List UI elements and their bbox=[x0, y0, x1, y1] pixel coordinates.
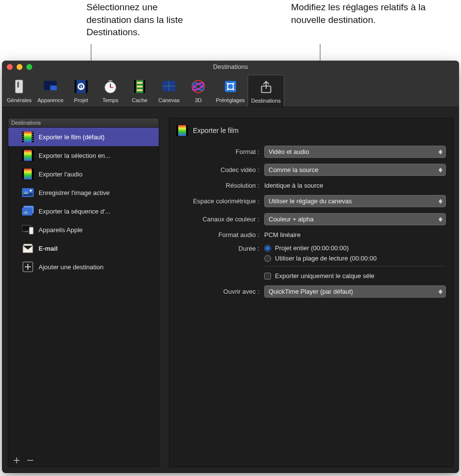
window-body: Destinations Exporter le film (défaut) E… bbox=[2, 107, 459, 473]
svg-rect-5 bbox=[75, 80, 77, 93]
svg-rect-15 bbox=[144, 80, 146, 93]
svg-rect-43 bbox=[22, 150, 24, 161]
svg-rect-32 bbox=[22, 134, 23, 135]
svg-rect-25 bbox=[225, 81, 236, 92]
sidebar-item-email[interactable]: E-mail bbox=[8, 239, 159, 258]
toolbar-general[interactable]: Générales bbox=[4, 75, 35, 106]
toolbar-project[interactable]: 3 Projet bbox=[66, 75, 96, 106]
sidebar-item-export-sequence[interactable]: Exporter la séquence d'... bbox=[8, 202, 159, 220]
toolbar-destinations[interactable]: Destinations bbox=[248, 75, 284, 107]
popup-value: Utiliser le réglage du canevas bbox=[269, 197, 352, 205]
chevron-updown-icon bbox=[439, 168, 442, 173]
duration-radio-full[interactable]: Projet entier (00:00:00:00) bbox=[264, 244, 446, 252]
add-destination-button[interactable] bbox=[13, 457, 20, 464]
project-icon: 3 bbox=[71, 77, 91, 96]
svg-rect-42 bbox=[24, 150, 32, 161]
svg-rect-1 bbox=[18, 82, 20, 87]
callout-left-text: Sélectionnez une destination dans la lis… bbox=[86, 1, 194, 39]
svg-rect-38 bbox=[32, 136, 33, 137]
svg-rect-47 bbox=[22, 169, 24, 179]
image-icon bbox=[22, 187, 34, 198]
film-icon bbox=[22, 169, 34, 179]
chevron-updown-icon bbox=[439, 289, 442, 294]
film-icon bbox=[22, 131, 34, 142]
svg-rect-66 bbox=[186, 125, 188, 136]
toolbar: Générales Apparence 3 Projet Temps Cache bbox=[2, 73, 459, 107]
svg-rect-40 bbox=[32, 140, 33, 141]
toolbar-presets[interactable]: Préréglages bbox=[213, 75, 248, 106]
svg-rect-18 bbox=[137, 89, 142, 91]
toolbar-canvas[interactable]: Canevas bbox=[154, 75, 184, 106]
3d-icon bbox=[189, 77, 208, 96]
appearance-icon bbox=[41, 77, 60, 96]
image-stack-icon bbox=[22, 206, 34, 216]
film-icon bbox=[176, 125, 188, 136]
destinations-icon bbox=[256, 77, 276, 97]
devices-icon bbox=[22, 224, 34, 235]
mail-icon bbox=[22, 243, 34, 254]
resolution-value: Identique à la source bbox=[264, 182, 323, 189]
sidebar-item-label: Enregistrer l'image active bbox=[39, 189, 110, 196]
annotation-layer: Sélectionnez une destination dans la lis… bbox=[0, 0, 461, 64]
openwith-popup[interactable]: QuickTime Player (par défaut) bbox=[264, 285, 446, 298]
radio-icon bbox=[264, 245, 271, 252]
separator bbox=[264, 266, 446, 266]
toolbar-time[interactable]: Temps bbox=[96, 75, 125, 106]
titlebar: Destinations bbox=[2, 61, 459, 73]
presets-icon bbox=[221, 77, 240, 96]
sidebar-item-export-audio[interactable]: Exporter l'audio bbox=[8, 165, 159, 183]
svg-rect-33 bbox=[22, 136, 23, 137]
film-icon bbox=[22, 150, 34, 161]
toolbar-appearance[interactable]: Apparence bbox=[35, 75, 66, 106]
sidebar-item-label: Exporter la sélection en... bbox=[39, 152, 110, 159]
destinations-list: Exporter le film (défaut) Exporter la sé… bbox=[8, 128, 159, 454]
chevron-updown-icon bbox=[439, 199, 442, 204]
cache-icon bbox=[130, 77, 149, 96]
toolbar-cache[interactable]: Cache bbox=[125, 75, 154, 106]
general-icon bbox=[9, 77, 29, 96]
svg-rect-35 bbox=[22, 140, 23, 141]
svg-point-51 bbox=[30, 190, 32, 192]
svg-rect-16 bbox=[137, 82, 142, 84]
channels-popup[interactable]: Couleur + alpha bbox=[264, 213, 446, 225]
sidebar-item-label: E-mail bbox=[39, 245, 58, 252]
sidebar-item-label: Ajouter une destination bbox=[39, 263, 104, 271]
sidebar-item-apple-devices[interactable]: Appareils Apple bbox=[8, 220, 159, 239]
toolbar-3d[interactable]: 3D bbox=[184, 75, 213, 106]
popup-value: Couleur + alpha bbox=[269, 216, 314, 223]
svg-rect-28 bbox=[24, 131, 32, 142]
svg-rect-48 bbox=[32, 169, 34, 179]
sidebar-item-label: Exporter la séquence d'... bbox=[39, 208, 110, 215]
sidebar-item-export-movie[interactable]: Exporter le film (défaut) bbox=[8, 128, 159, 146]
svg-rect-6 bbox=[85, 80, 87, 93]
label-duration: Durée : bbox=[176, 244, 264, 252]
label-codec: Codec vidéo : bbox=[176, 166, 264, 173]
colorspace-popup[interactable]: Utiliser le réglage du canevas bbox=[264, 195, 446, 207]
svg-text:3: 3 bbox=[80, 85, 83, 89]
popup-value: QuickTime Player (par défaut) bbox=[269, 288, 353, 295]
svg-rect-37 bbox=[32, 134, 33, 135]
sidebar-item-export-selection[interactable]: Exporter la sélection en... bbox=[8, 146, 159, 165]
canvas-icon bbox=[159, 77, 179, 96]
remove-destination-button[interactable] bbox=[27, 457, 34, 464]
codec-popup[interactable]: Comme la source bbox=[264, 164, 446, 176]
popup-value: Comme la source bbox=[269, 166, 318, 173]
svg-rect-46 bbox=[24, 169, 32, 179]
sidebar-header: Destinations bbox=[8, 118, 159, 128]
svg-rect-14 bbox=[134, 80, 136, 93]
chevron-updown-icon bbox=[439, 150, 442, 154]
sidebar-item-save-frame[interactable]: Enregistrer l'image active bbox=[8, 183, 159, 202]
svg-rect-55 bbox=[25, 231, 28, 232]
svg-rect-39 bbox=[32, 138, 33, 139]
export-selected-layer-checkbox[interactable]: Exporter uniquement le calque séle bbox=[264, 272, 446, 280]
sidebar-item-label: Exporter le film (défaut) bbox=[39, 133, 105, 141]
svg-rect-36 bbox=[32, 132, 33, 133]
svg-rect-44 bbox=[32, 150, 34, 161]
format-popup[interactable]: Vidéo et audio bbox=[264, 146, 446, 158]
popup-value: Vidéo et audio bbox=[269, 148, 309, 155]
svg-rect-53 bbox=[22, 208, 32, 216]
destinations-sidebar: Destinations Exporter le film (défaut) E… bbox=[8, 118, 159, 467]
duration-radio-range[interactable]: Utiliser la plage de lecture (00:00:00 bbox=[264, 255, 446, 262]
sidebar-item-add-destination[interactable]: Ajouter une destination bbox=[8, 258, 159, 276]
preferences-window: Destinations Générales Apparence 3 Proje… bbox=[2, 61, 459, 473]
